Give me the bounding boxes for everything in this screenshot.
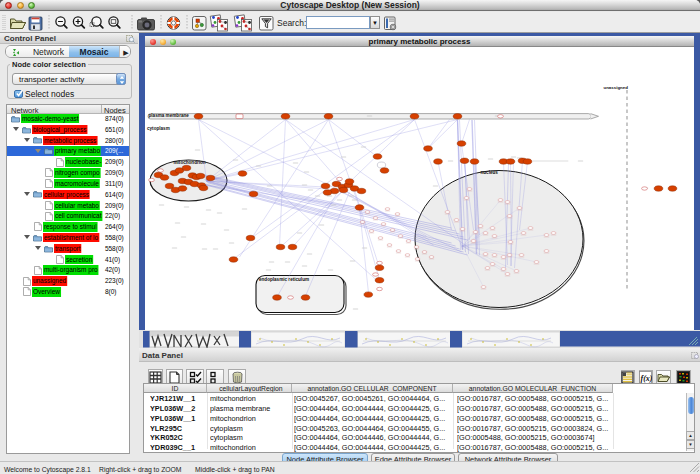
svg-text:plasma membrane: plasma membrane	[149, 113, 190, 118]
svg-text:mitochondrion: mitochondrion	[174, 160, 206, 165]
svg-text:endoplasmic reticulum: endoplasmic reticulum	[259, 277, 309, 282]
svg-text:unassigned: unassigned	[604, 85, 629, 90]
svg-text:nucleus: nucleus	[481, 170, 499, 175]
svg-text:cytoplasm: cytoplasm	[147, 126, 170, 131]
svg-text:f(x): f(x)	[641, 374, 653, 383]
